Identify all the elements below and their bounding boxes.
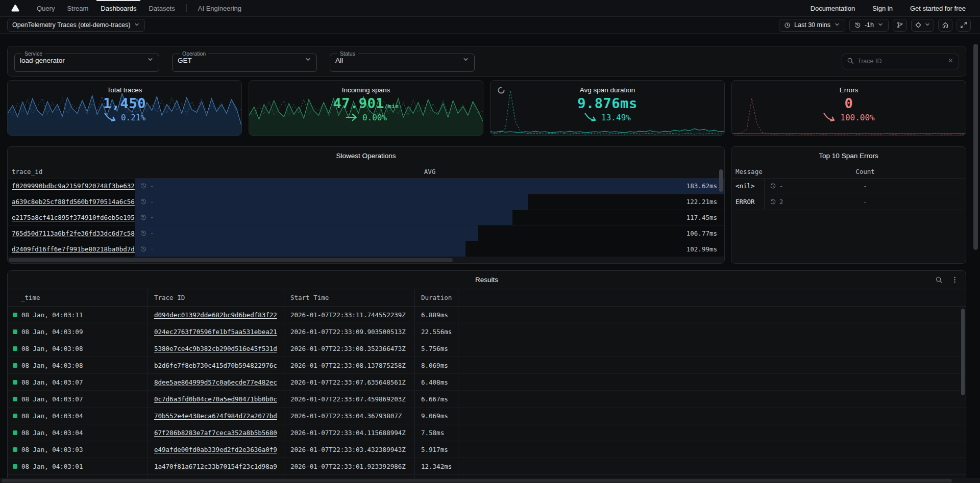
compare-value: - <box>150 198 154 206</box>
horizontal-scrollbar[interactable] <box>8 257 724 263</box>
compare-badge: - <box>135 230 154 237</box>
nav-item-dashboards[interactable]: Dashboards <box>94 0 142 16</box>
operation-filter-label: Operation <box>180 50 208 57</box>
span-error-row[interactable]: <nil>-- <box>731 179 966 194</box>
stat-title: Incoming spans <box>249 86 483 94</box>
vertical-scrollbar-thumb[interactable] <box>719 169 723 192</box>
trace-id-cell: 5380e7ce4c9b382cb290d516e45f531d <box>148 340 284 357</box>
trace-id-link[interactable]: 5380e7ce4c9b382cb290d516e45f531d <box>154 345 277 352</box>
trace-id-link[interactable]: b2d6fe7f8eb730c415d70b594822976c <box>154 362 277 369</box>
count-value: - <box>765 198 966 206</box>
slowest-operations-rows: f0209990bdbc9a2159f920748f3be632-183.62m… <box>8 179 724 257</box>
visualization-style-button[interactable] <box>911 19 934 32</box>
message-cell: ERROR <box>731 194 765 210</box>
axiom-logo-icon[interactable] <box>11 4 19 12</box>
nav-item-stream[interactable]: Stream <box>61 0 94 16</box>
operation-filter[interactable]: Operation GET <box>172 50 317 72</box>
window-vertical-scrollbar-thumb[interactable] <box>973 44 978 250</box>
time-range-select[interactable]: Last 30 mins <box>779 19 845 32</box>
clear-search-icon[interactable] <box>947 57 954 65</box>
status-filter[interactable]: Status All <box>330 50 475 72</box>
nav-item-ai-engineering[interactable]: AI Engineering <box>192 0 248 16</box>
trace-id-cell: e49afde00fd0ab339ed2fd2e3636a0f9 <box>148 441 284 457</box>
column-header-trace-id: Trace ID <box>148 289 284 306</box>
chevron-down-icon <box>147 56 154 64</box>
avg-cell: -106.77ms <box>135 225 724 241</box>
slowest-operation-row[interactable]: 765d50d7113a6bf2fe36fd33dc6d7c58-106.77m… <box>8 225 724 241</box>
trace-id-link[interactable]: 024ec2763f70596fe1bf5aa531ebea21 <box>154 328 277 336</box>
slowest-operation-row[interactable]: a639c8eb25cf88fd560bf970514a6c56-122.21m… <box>8 194 724 210</box>
horizontal-scrollbar-thumb[interactable] <box>9 258 453 262</box>
time-cell: 08 Jan, 04:03:07 <box>8 391 148 407</box>
trace-id-link[interactable]: e2175a8cf41c895f374910fd6eb5e195 <box>12 214 135 221</box>
results-row[interactable]: 08 Jan, 04:03:11d094dec01392dde682bc9d6b… <box>8 307 966 323</box>
stat-title: Avg span duration <box>491 86 724 94</box>
trace-id-link[interactable]: 70b552e4e438eca674f984d72a2077bd <box>154 412 277 420</box>
nav-item-datasets[interactable]: Datasets <box>142 0 181 16</box>
start-time-cell: 2026-01-07T22:33:01.923392986Z <box>284 458 415 474</box>
service-filter[interactable]: Service load-generator <box>14 50 159 72</box>
window-horizontal-scrollbar-thumb[interactable] <box>2 479 952 482</box>
top-span-errors-panel: Top 10 Span Errors Message Count <nil>--… <box>731 146 966 264</box>
trace-id-cell: 1a470f81a6712c33b70154f23c1d98a9 <box>148 458 284 474</box>
duration-cell: 6.889ms <box>415 307 458 323</box>
stat-card-avg-span-duration: Avg span duration 9.876ms 13.49% <box>490 80 725 136</box>
trace-id-link[interactable]: 0c7d6a3fd0b04ce70a5ed90471bb0b0c <box>154 395 277 403</box>
nav-link-sign-in[interactable]: Sign in <box>872 5 893 12</box>
results-row[interactable]: 08 Jan, 04:03:011a470f81a6712c33b70154f2… <box>8 458 966 475</box>
nav-item-query[interactable]: Query <box>31 0 61 16</box>
trace-id-link[interactable]: 67f286b8283e7af7ceca352a8b5b5680 <box>154 429 277 437</box>
trace-id-cell: 765d50d7113a6bf2fe36fd33dc6d7c58 <box>8 225 135 241</box>
stat-title: Total traces <box>8 86 241 94</box>
results-row[interactable]: 08 Jan, 04:03:09024ec2763f70596fe1bf5aa5… <box>8 323 966 340</box>
trace-id-link[interactable]: e49afde00fd0ab339ed2fd2e3636a0f9 <box>154 446 277 453</box>
history-icon <box>140 214 147 221</box>
stat-cards-row: Total traces 1,450 0.21% Incoming spans … <box>7 80 966 136</box>
time-cell: 08 Jan, 04:03:04 <box>8 408 148 424</box>
results-rows: 08 Jan, 04:03:11d094dec01392dde682bc9d6b… <box>8 307 966 483</box>
slowest-operation-row[interactable]: d2409fd16ff6e7f991be80218ba0bd7d-102.99m… <box>8 241 724 257</box>
vertical-scrollbar-thumb[interactable] <box>961 309 965 395</box>
empty-cell <box>458 441 966 457</box>
results-row[interactable]: 08 Jan, 04:03:078dee5ae864999d57c0a6ecde… <box>8 374 966 391</box>
avg-cell: -102.99ms <box>135 241 724 257</box>
trace-id-cell: e2175a8cf41c895f374910fd6eb5e195 <box>8 210 135 225</box>
results-row[interactable]: 08 Jan, 04:03:0467f286b8283e7af7ceca352a… <box>8 424 966 441</box>
span-error-row[interactable]: ERROR-2 <box>731 194 966 210</box>
stat-delta: 0.21% <box>121 113 145 122</box>
trace-id-link[interactable]: f0209990bdbc9a2159f920748f3be632 <box>12 182 135 190</box>
trend-arrow-icon <box>584 112 597 122</box>
compare-branch-button[interactable] <box>893 19 907 32</box>
kebab-menu-icon[interactable] <box>951 276 959 284</box>
chevron-down-icon <box>305 56 311 64</box>
results-row[interactable]: 08 Jan, 04:03:0470b552e4e438eca674f984d7… <box>8 408 966 424</box>
trace-id-link[interactable]: d2409fd16ff6e7f991be80218ba0bd7d <box>12 245 135 253</box>
trace-id-link[interactable]: d094dec01392dde682bc9d6bedf83f22 <box>154 311 277 319</box>
duration-cell: 5.917ms <box>415 441 458 457</box>
nav-link-get-started-for-free[interactable]: Get started for free <box>910 5 966 12</box>
results-table-header: _time Trace ID Start Time Duration <box>8 289 966 307</box>
avg-bar <box>135 179 724 194</box>
nav-link-documentation[interactable]: Documentation <box>811 5 855 12</box>
home-dashboard-button[interactable] <box>938 19 952 32</box>
trace-id-link[interactable]: a639c8eb25cf88fd560bf970514a6c56 <box>12 198 135 206</box>
window-horizontal-scrollbar[interactable] <box>0 478 980 483</box>
slowest-operation-row[interactable]: f0209990bdbc9a2159f920748f3be632-183.62m… <box>8 179 724 194</box>
trace-id-link[interactable]: 8dee5ae864999d57c0a6ecde77e482ec <box>154 378 277 386</box>
results-row[interactable]: 08 Jan, 04:03:085380e7ce4c9b382cb290d516… <box>8 340 966 357</box>
duration-cell: 8.069ms <box>415 357 458 373</box>
results-row[interactable]: 08 Jan, 04:03:08b2d6fe7f8eb730c415d70b59… <box>8 357 966 374</box>
dashboard-select[interactable]: OpenTelemetry Traces (otel-demo-traces) <box>7 19 145 32</box>
empty-cell <box>458 307 966 323</box>
search-results-icon[interactable] <box>935 276 943 284</box>
avg-cell: -183.62ms <box>135 179 724 194</box>
trace-id-link[interactable]: 765d50d7113a6bf2fe36fd33dc6d7c58 <box>12 230 135 237</box>
results-row[interactable]: 08 Jan, 04:03:070c7d6a3fd0b04ce70a5ed904… <box>8 391 966 408</box>
trace-id-search[interactable] <box>842 54 959 69</box>
expand-dashboard-button[interactable] <box>957 19 971 32</box>
results-row[interactable]: 08 Jan, 04:03:03e49afde00fd0ab339ed2fd2e… <box>8 441 966 458</box>
compare-against-select[interactable]: -1h <box>849 19 889 32</box>
trace-id-search-input[interactable] <box>857 58 944 65</box>
trace-id-link[interactable]: 1a470f81a6712c33b70154f23c1d98a9 <box>154 463 277 470</box>
slowest-operation-row[interactable]: e2175a8cf41c895f374910fd6eb5e195-117.45m… <box>8 210 724 226</box>
